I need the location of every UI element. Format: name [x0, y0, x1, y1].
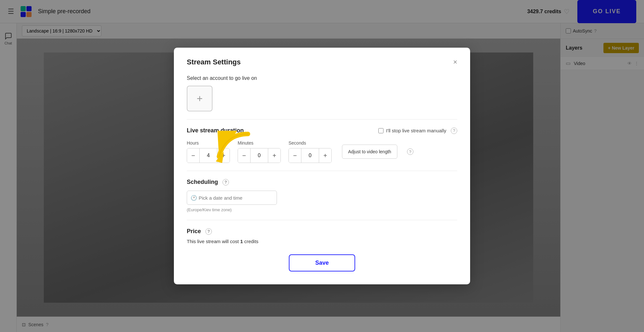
manual-stop-label: I'll stop live stream manually [386, 128, 446, 133]
seconds-label: Seconds [289, 140, 332, 146]
minutes-increment-button[interactable]: + [268, 148, 280, 163]
price-help-icon[interactable]: ? [205, 228, 212, 235]
hours-stepper: − + [187, 148, 230, 163]
minutes-stepper: − + [238, 148, 281, 163]
account-section: Select an account to go live on + [187, 75, 457, 111]
scheduling-help-icon[interactable]: ? [223, 179, 229, 185]
scheduling-section: Scheduling ? 🕐 (Europe/Kiev time zone) [187, 179, 457, 212]
seconds-stepper: − + [289, 148, 332, 163]
price-text-suffix: credits [243, 239, 258, 244]
hours-group: Hours − + [187, 140, 230, 163]
modal-backdrop[interactable]: Stream Settings × Select an account to g… [0, 0, 644, 332]
duration-help-icon[interactable]: ? [407, 148, 413, 155]
time-inputs: Hours − + Minutes − + [187, 140, 457, 163]
adjust-to-video-button[interactable]: Adjust to video length [342, 145, 397, 159]
divider-3 [187, 220, 457, 220]
duration-header: Live stream duration I'll stop live stre… [187, 127, 457, 134]
minutes-decrement-button[interactable]: − [238, 148, 250, 163]
hours-increment-button[interactable]: + [217, 148, 230, 163]
scheduling-title: Scheduling ? [187, 179, 457, 185]
date-input-wrap: 🕐 [187, 191, 277, 205]
minutes-label: Minutes [238, 140, 281, 146]
minutes-input[interactable] [250, 148, 268, 163]
seconds-input[interactable] [301, 148, 319, 163]
price-section: Price ? This live stream will cost 1 cre… [187, 228, 457, 244]
divider-1 [187, 119, 457, 119]
price-value: 1 [240, 239, 243, 244]
hours-input[interactable] [199, 148, 217, 163]
account-section-label: Select an account to go live on [187, 75, 457, 81]
price-title: Price ? [187, 228, 457, 235]
divider-2 [187, 171, 457, 171]
modal-title: Stream Settings [187, 58, 241, 66]
hours-decrement-button[interactable]: − [187, 148, 199, 163]
timezone-note: (Europe/Kiev time zone) [187, 207, 457, 212]
manual-stop-row: I'll stop live stream manually ? [378, 128, 457, 134]
clock-icon: 🕐 [191, 195, 197, 201]
hours-label: Hours [187, 140, 230, 146]
price-text: This live stream will cost 1 credits [187, 239, 457, 244]
seconds-group: Seconds − + [289, 140, 332, 163]
manual-stop-checkbox[interactable] [378, 128, 384, 133]
stream-settings-modal: Stream Settings × Select an account to g… [174, 48, 470, 284]
modal-footer: Save [187, 254, 457, 271]
save-button[interactable]: Save [289, 254, 355, 271]
duration-section: Live stream duration I'll stop live stre… [187, 127, 457, 163]
modal-close-button[interactable]: × [453, 59, 457, 66]
manual-stop-help-icon[interactable]: ? [451, 128, 457, 134]
date-input[interactable] [187, 191, 277, 205]
seconds-increment-button[interactable]: + [319, 148, 331, 163]
seconds-decrement-button[interactable]: − [289, 148, 301, 163]
account-add-button[interactable]: + [187, 86, 213, 111]
minutes-group: Minutes − + [238, 140, 281, 163]
duration-title: Live stream duration [187, 127, 244, 134]
modal-header: Stream Settings × [187, 58, 457, 66]
price-text-prefix: This live stream will cost [187, 239, 240, 244]
